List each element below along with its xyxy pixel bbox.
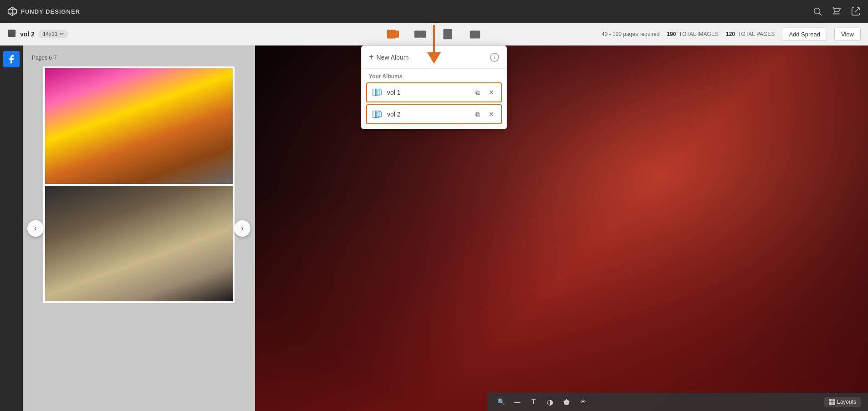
search-icon[interactable]: [812, 6, 822, 16]
album-item-vol2[interactable]: vol 2 ⧉ ✕: [366, 104, 502, 124]
pages-required-text: 40 - 120 pages required: [602, 31, 659, 37]
new-album-button[interactable]: + New Album: [369, 52, 408, 62]
main-toolbar: vol 2 14x11 ✏: [0, 23, 868, 46]
toolbar-center-nav: [387, 28, 481, 41]
svg-rect-37: [378, 112, 381, 117]
photos-nav-icon: [469, 28, 481, 41]
facebook-icon: [6, 54, 16, 64]
bottom-toolbar: 🔍 — T ◑ ⬟ 👁 Layouts: [487, 393, 868, 411]
top-bar: FUNDY DESIGNER: [0, 0, 868, 23]
album-book-icon: [7, 29, 16, 38]
svg-rect-29: [832, 402, 835, 405]
photo-gradient-bottom: [255, 192, 868, 411]
album-vol2-name: vol 2: [387, 111, 468, 118]
album-vol2-icon: [372, 109, 382, 119]
pages-panel: Pages 6-7 ‹ ›: [23, 46, 255, 411]
edit-pencil-icon[interactable]: ✏: [60, 31, 64, 37]
album-vol1-name: vol 1: [387, 89, 468, 96]
export-icon[interactable]: [851, 6, 861, 16]
left-sidebar: [0, 46, 23, 411]
plus-icon: +: [369, 52, 374, 62]
layouts-button[interactable]: Layouts: [824, 397, 861, 407]
svg-rect-6: [9, 30, 15, 36]
app-logo: FUNDY DESIGNER: [7, 6, 80, 16]
album-vol1-actions: ⧉ ✕: [473, 87, 496, 97]
svg-rect-17: [415, 31, 420, 37]
spread-nav-icon: [414, 28, 427, 41]
album-icon: [7, 29, 16, 40]
add-spread-button[interactable]: Add Spread: [782, 27, 827, 41]
pages-spread: [43, 66, 235, 303]
toolbar-photos-icon[interactable]: [469, 28, 481, 41]
next-arrow[interactable]: ›: [234, 220, 250, 237]
layouts-icon: [829, 399, 835, 405]
album-item-icon-vol2: [372, 109, 383, 120]
toolbar-albums-icon[interactable]: [387, 28, 399, 41]
svg-rect-32: [373, 89, 377, 96]
next-arrow-icon: ›: [241, 223, 244, 233]
album-item-icon-vol1: [372, 87, 383, 98]
prev-arrow[interactable]: ‹: [27, 220, 44, 237]
your-albums-label: Your Albums: [362, 69, 506, 82]
topbar-right-icons: [812, 6, 861, 16]
svg-line-5: [819, 13, 822, 15]
toolbar-right-section: 40 - 120 pages required 190 TOTAL IMAGES…: [602, 27, 861, 41]
svg-rect-16: [394, 31, 399, 37]
eye-icon[interactable]: 👁: [577, 396, 589, 408]
album-vol1-copy-icon[interactable]: ⧉: [473, 87, 483, 97]
album-vol1-icon: [372, 87, 382, 97]
svg-rect-27: [832, 399, 835, 401]
svg-rect-35: [373, 111, 377, 118]
album-size-badge[interactable]: 14x11 ✏: [38, 30, 68, 38]
svg-rect-34: [378, 90, 381, 95]
page-nav-icon: [441, 28, 454, 41]
toolbar-page-icon[interactable]: [441, 28, 454, 41]
sidebar-facebook-icon[interactable]: [3, 51, 20, 67]
album-vol2-copy-icon[interactable]: ⧉: [473, 109, 483, 119]
mask-icon[interactable]: ⬟: [560, 396, 573, 408]
cart-icon[interactable]: [832, 6, 842, 16]
album-vol1-delete-icon[interactable]: ✕: [486, 87, 496, 97]
prev-arrow-icon: ‹: [34, 223, 37, 233]
zoom-fit-icon[interactable]: —: [511, 396, 524, 408]
svg-rect-18: [421, 31, 426, 37]
color-icon[interactable]: ◑: [544, 396, 557, 408]
pages-label: Pages 6-7: [23, 55, 57, 61]
new-album-label: New Album: [377, 54, 409, 61]
albums-list: vol 1 ⧉ ✕ vol 2 ⧉ ✕: [362, 82, 506, 129]
album-vol2-delete-icon[interactable]: ✕: [486, 109, 496, 119]
total-pages-text: 120 TOTAL PAGES: [726, 31, 775, 37]
album-size-value: 14x11: [43, 31, 58, 37]
album-title-text: vol 2: [20, 30, 35, 38]
album-vol2-actions: ⧉ ✕: [473, 109, 496, 119]
info-icon[interactable]: i: [490, 53, 499, 62]
text-icon[interactable]: T: [527, 396, 540, 408]
svg-rect-20: [444, 29, 452, 39]
svg-point-25: [472, 32, 474, 34]
dropdown-header: + New Album i: [362, 46, 506, 69]
album-item-vol1[interactable]: vol 1 ⧉ ✕: [366, 82, 502, 102]
dropdown-panel: + New Album i Your Albums vol 1 ⧉ ✕: [361, 46, 507, 129]
app-title: FUNDY DESIGNER: [21, 8, 80, 15]
zoom-in-icon[interactable]: 🔍: [495, 396, 507, 408]
logo-icon: [7, 6, 17, 16]
total-images-text: 190 TOTAL IMAGES: [667, 31, 719, 37]
photo-background: [255, 46, 868, 411]
page-image-top: [45, 68, 233, 184]
page-image-bottom: [45, 186, 233, 301]
svg-rect-26: [829, 399, 832, 401]
toolbar-spread-icon[interactable]: [414, 28, 427, 41]
album-title-section: vol 2 14x11 ✏: [7, 29, 68, 40]
view-button[interactable]: View: [834, 27, 861, 41]
photo-main: 🔍 — T ◑ ⬟ 👁 Layouts: [255, 46, 868, 411]
albums-nav-icon: [387, 28, 399, 41]
svg-rect-28: [829, 402, 832, 405]
layouts-label: Layouts: [837, 399, 856, 405]
svg-point-4: [814, 8, 820, 14]
